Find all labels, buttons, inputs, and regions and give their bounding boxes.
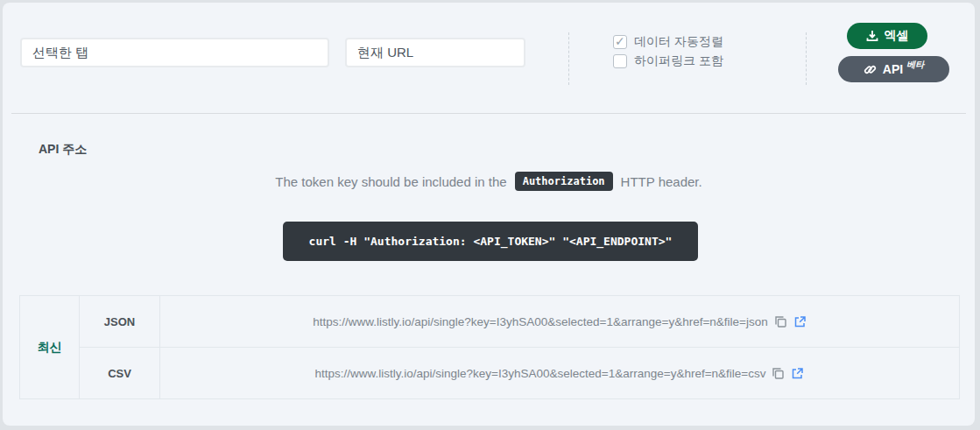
section-divider — [11, 113, 966, 114]
token-note-suffix: HTTP header. — [621, 174, 702, 189]
external-link-icon[interactable] — [791, 367, 804, 380]
csv-api-url: https://www.listly.io/api/single?key=I3y… — [315, 367, 766, 380]
autosort-checkbox-box[interactable] — [613, 35, 627, 49]
external-link-icon[interactable] — [793, 315, 807, 328]
copy-icon[interactable] — [772, 367, 785, 380]
curl-command-text: curl -H "Authorization: <API_TOKEN>" "<A… — [309, 235, 673, 248]
beta-badge: 베타 — [906, 59, 924, 71]
api-button-label: API — [883, 62, 903, 76]
copy-icon[interactable] — [774, 315, 787, 328]
checkbox-hyperlink[interactable]: 하이퍼링크 포함 — [613, 54, 723, 68]
json-format-label: JSON — [80, 296, 160, 348]
link-icon — [864, 63, 877, 76]
token-note-prefix: The token key should be included in the — [275, 174, 506, 189]
download-icon — [866, 30, 878, 42]
export-panel: 데이터 자동정렬 하이퍼링크 포함 엑셀 API 베타 — [3, 3, 975, 426]
api-url-table: 최신 JSON https://www.listly.io/api/single… — [19, 295, 960, 399]
curl-command-block: curl -H "Authorization: <API_TOKEN>" "<A… — [283, 222, 698, 261]
selected-tab-input[interactable] — [20, 38, 329, 67]
current-url-input[interactable] — [345, 38, 525, 67]
excel-export-button[interactable]: 엑셀 — [847, 23, 927, 49]
table-row-json: 최신 JSON https://www.listly.io/api/single… — [20, 296, 960, 348]
vertical-dashed-divider — [806, 32, 807, 85]
table-row-csv: CSV https://www.listly.io/api/single?key… — [20, 348, 960, 399]
authorization-badge: Authorization — [515, 172, 613, 191]
token-note: The token key should be included in the … — [3, 172, 975, 191]
json-api-url: https://www.listly.io/api/single?key=I3y… — [313, 315, 767, 328]
csv-format-label: CSV — [80, 348, 160, 399]
hyperlink-checkbox-label: 하이퍼링크 포함 — [634, 53, 723, 69]
api-section-title: API 주소 — [39, 142, 87, 158]
excel-button-label: 엑셀 — [885, 28, 909, 44]
api-button[interactable]: API 베타 — [838, 56, 949, 82]
latest-group-label: 최신 — [20, 296, 80, 399]
export-options: 데이터 자동정렬 하이퍼링크 포함 — [613, 35, 723, 74]
autosort-checkbox-label: 데이터 자동정렬 — [634, 34, 723, 50]
hyperlink-checkbox-box[interactable] — [613, 54, 627, 68]
vertical-dashed-divider — [568, 32, 569, 85]
checkbox-autosort[interactable]: 데이터 자동정렬 — [613, 35, 723, 49]
